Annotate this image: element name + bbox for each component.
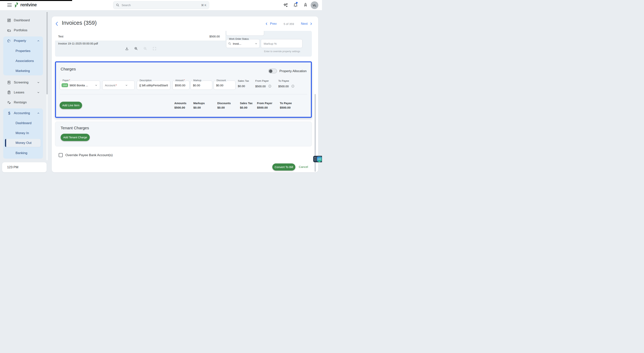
sidebar-item-rentsign[interactable]: Rentsign xyxy=(0,98,43,107)
chevron-down-icon xyxy=(37,81,40,84)
markup-input[interactable] xyxy=(191,81,212,90)
invoice-side-controls: Work Order Status Invoi... Enter to over… xyxy=(226,31,312,56)
chevron-down-icon xyxy=(255,42,258,45)
tenant-charges-section: Tenant Charges Add Tenant Charge xyxy=(55,122,312,146)
totals-sales-tax: Sales Tax$0.00 xyxy=(240,102,252,109)
cut-off-field xyxy=(226,31,264,36)
payer-label: Payer* xyxy=(62,79,71,82)
notifications-bell-icon[interactable] xyxy=(293,2,298,8)
sidebar-item-money-out[interactable]: Money Out xyxy=(5,139,41,147)
markup-field xyxy=(190,80,212,90)
dots-grid-icon xyxy=(314,157,316,161)
convert-to-bill-button[interactable]: Convert To Bill xyxy=(272,164,295,170)
sidebar-item-dashboard[interactable]: Dashboard xyxy=(0,16,43,24)
from-payer-column: From Payer $500.00 xyxy=(255,80,272,88)
to-payee-column: To Payee $500.00 xyxy=(278,80,294,88)
override-payee-label: Override Payee Bank Account(s) xyxy=(66,153,113,157)
document-line-title: Test xyxy=(58,35,64,38)
chevron-down-icon xyxy=(125,84,128,87)
info-icon[interactable] xyxy=(268,84,272,88)
sidebar-item-accounting-dashboard[interactable]: Dashboard xyxy=(0,119,43,128)
amount-label: Amount* xyxy=(174,79,186,82)
sidebar-item-marketing[interactable]: Marketing xyxy=(0,67,43,75)
chat-bubble-icon xyxy=(317,156,322,162)
menu-icon[interactable] xyxy=(7,4,12,7)
download-icon[interactable] xyxy=(125,46,129,51)
notification-dot xyxy=(296,2,298,4)
brand-name: rentvine xyxy=(20,2,37,8)
next-button[interactable]: Next xyxy=(301,22,312,26)
markup-label: Markup xyxy=(192,79,202,82)
chat-widget[interactable] xyxy=(313,156,322,162)
sidebar-item-money-in[interactable]: Money In xyxy=(0,129,43,137)
cancel-button[interactable]: Cancel xyxy=(299,165,308,169)
override-payee-checkbox[interactable] xyxy=(59,153,63,157)
global-search[interactable]: ⌘ K xyxy=(113,1,209,9)
time-widget: 123 PM xyxy=(2,162,46,172)
rocket-icon[interactable] xyxy=(303,2,308,8)
property-allocation-toggle[interactable] xyxy=(268,69,277,73)
sidebar-scrollbar-thumb[interactable] xyxy=(46,12,48,94)
chevron-left-icon xyxy=(265,22,268,25)
document-line-amount: $500.00 xyxy=(210,35,220,38)
charges-section: Charges Property Allocation Payer* Unit … xyxy=(55,62,312,118)
folder-icon xyxy=(7,28,12,32)
record-counter: 5 of 359 xyxy=(284,22,294,26)
avatar[interactable]: VL xyxy=(311,1,318,9)
sidebar-item-banking[interactable]: Banking xyxy=(0,149,43,157)
add-tenant-charge-button[interactable]: Add Tenant Charge xyxy=(60,134,90,141)
sidebar-item-portfolios[interactable]: Portfolios xyxy=(0,26,43,34)
search-icon xyxy=(116,4,119,7)
divider xyxy=(60,94,307,94)
home-icon xyxy=(7,39,12,43)
chevron-down-icon xyxy=(37,91,40,94)
add-line-item-button[interactable]: Add Line Item xyxy=(60,102,82,109)
totals-to-payee: To Payee$500.00 xyxy=(280,102,292,109)
account-select[interactable]: Account* xyxy=(102,80,135,90)
sidebar-item-accounting[interactable]: $ Accounting xyxy=(0,109,43,118)
chevron-up-icon xyxy=(37,39,40,42)
top-bar: rentvine ⌘ K VL xyxy=(0,0,322,10)
discount-input[interactable] xyxy=(214,81,235,90)
brand-logo[interactable]: rentvine xyxy=(14,2,37,8)
record-pager: Prev 5 of 359 Next xyxy=(265,22,312,26)
main-content-card: Invoices (359) Prev 5 of 359 Next Test $… xyxy=(52,16,318,172)
search-icon xyxy=(228,42,231,45)
back-button[interactable] xyxy=(55,21,59,26)
page-title: Invoices (359) xyxy=(62,20,97,26)
sidebar-item-properties[interactable]: Properties xyxy=(0,47,43,55)
info-icon[interactable] xyxy=(291,84,294,88)
totals-markups: Markups$0.00 xyxy=(193,102,205,109)
chevron-down-icon xyxy=(95,84,98,87)
sidebar-item-screening[interactable]: Screening xyxy=(0,78,43,87)
sidebar-item-leases[interactable]: Leases xyxy=(0,88,43,97)
rentsign-pen-icon xyxy=(7,100,12,104)
payer-value: 9800 Bonita ... xyxy=(70,84,88,87)
description-field xyxy=(137,80,170,90)
zoom-out-icon xyxy=(143,46,147,51)
chevron-right-icon xyxy=(310,22,312,25)
tenant-charges-title: Tenant Charges xyxy=(60,126,89,130)
override-payee-row[interactable]: Override Payee Bank Account(s) xyxy=(59,153,113,157)
invoice-document-viewer: Test $500.00 Invoice 19-11-2025 00:00:00… xyxy=(55,31,312,56)
work-order-status-select[interactable]: Invoi... xyxy=(226,39,260,48)
leases-clipboard-icon xyxy=(7,90,12,94)
zoom-in-icon[interactable] xyxy=(134,46,138,51)
search-input[interactable] xyxy=(121,3,199,7)
screen-edge-artifact xyxy=(0,0,72,1)
dollar-icon: $ xyxy=(7,111,12,116)
screening-icon xyxy=(7,80,12,84)
payer-select[interactable]: Unit 9800 Bonita ... xyxy=(60,80,100,90)
description-input[interactable] xyxy=(137,81,170,90)
sidebar-item-property[interactable]: Property xyxy=(0,37,43,45)
amount-input[interactable] xyxy=(172,81,189,90)
work-order-status-label: Work Order Status xyxy=(228,38,250,40)
markup-percent-field xyxy=(261,39,302,48)
discount-label: Discount xyxy=(216,79,227,82)
totals-from-payer: From Payer$500.00 xyxy=(257,102,272,109)
sparkles-icon[interactable] xyxy=(283,2,288,8)
markup-percent-input[interactable] xyxy=(261,39,302,48)
amount-field xyxy=(172,80,190,90)
prev-button[interactable]: Prev xyxy=(265,22,277,26)
sidebar-item-associations[interactable]: Associations xyxy=(0,57,43,65)
